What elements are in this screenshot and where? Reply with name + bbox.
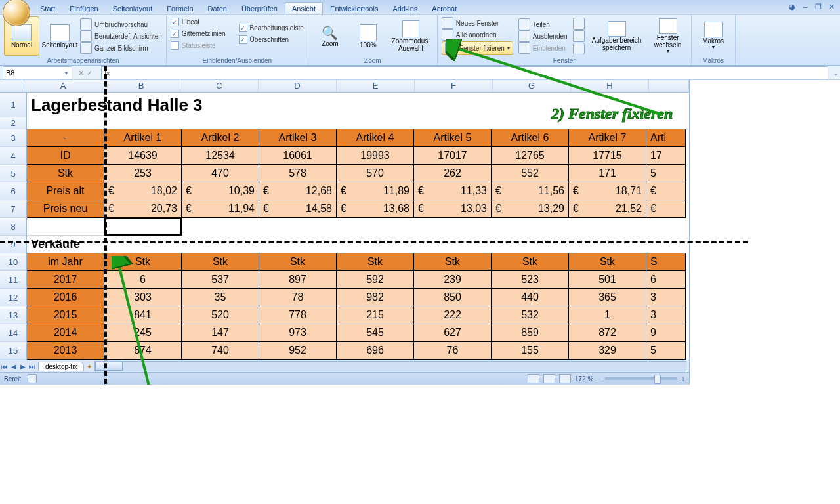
cell[interactable]: 35 xyxy=(182,289,259,306)
cell[interactable]: €10,39 xyxy=(182,182,259,200)
col-D[interactable]: D xyxy=(259,80,337,92)
restore-icon[interactable]: ❐ xyxy=(814,3,823,11)
cell[interactable]: €13,03 xyxy=(414,200,492,218)
save-workspace-button[interactable]: Aufgabenbereich speichern xyxy=(590,16,644,56)
row-15[interactable]: 15 xyxy=(0,342,27,360)
cell[interactable]: 627 xyxy=(414,324,492,342)
view-layout-button[interactable]: Seitenlayout xyxy=(42,16,77,56)
row-10[interactable]: 10 xyxy=(0,253,27,271)
cell[interactable]: 17 xyxy=(646,147,686,165)
tab-start[interactable]: Start xyxy=(33,2,62,14)
scroll-thumb[interactable] xyxy=(95,362,123,371)
tab-daten[interactable]: Daten xyxy=(201,2,234,14)
cell[interactable]: 19993 xyxy=(337,147,414,165)
spreadsheet[interactable]: A B C D E F G H 1 Lagerbestand Halle 3 2… xyxy=(0,80,690,385)
formula-input[interactable]: fx xyxy=(101,66,828,79)
zoom-slider[interactable] xyxy=(605,377,677,380)
cell[interactable]: 215 xyxy=(337,306,414,324)
select-all-corner[interactable] xyxy=(0,80,24,92)
cell[interactable]: 365 xyxy=(569,289,646,306)
row-8[interactable]: 8 xyxy=(0,218,27,236)
cell[interactable]: Stk xyxy=(27,165,104,182)
cell[interactable]: 17715 xyxy=(569,147,646,165)
chevron-down-icon[interactable]: ▼ xyxy=(64,70,69,76)
cell[interactable]: € xyxy=(646,200,686,218)
cell[interactable]: Artikel 5 xyxy=(414,129,492,147)
cell[interactable]: €13,29 xyxy=(492,200,569,218)
tab-ansicht[interactable]: Ansicht xyxy=(285,2,323,14)
cell[interactable]: €18,02 xyxy=(104,182,182,200)
cell[interactable]: 859 xyxy=(492,324,569,342)
cell[interactable]: 3 xyxy=(646,289,686,306)
zoom-in-icon[interactable]: + xyxy=(681,375,685,383)
cell[interactable]: 897 xyxy=(259,271,337,289)
cell[interactable]: 239 xyxy=(414,271,492,289)
cell[interactable]: 532 xyxy=(492,306,569,324)
close-icon[interactable]: ✕ xyxy=(827,3,836,11)
cell[interactable]: €20,73 xyxy=(104,200,182,218)
view-break-icon[interactable] xyxy=(559,374,571,383)
cell[interactable]: Verkäufe xyxy=(27,236,104,253)
cell[interactable]: - xyxy=(27,129,104,147)
cell[interactable]: 155 xyxy=(492,342,569,360)
hide-button[interactable]: Ausblenden xyxy=(518,31,568,42)
cell[interactable]: €11,94 xyxy=(182,200,259,218)
macros-button[interactable]: Makros▾ xyxy=(696,16,731,56)
row-6[interactable]: 6 xyxy=(0,182,27,200)
cell[interactable]: 523 xyxy=(492,271,569,289)
cell[interactable]: 329 xyxy=(569,342,646,360)
cell[interactable]: 740 xyxy=(182,342,259,360)
sync-icon[interactable] xyxy=(573,18,585,30)
col-H[interactable]: H xyxy=(571,80,649,92)
record-macro-icon[interactable] xyxy=(28,374,37,383)
cell[interactable]: Artikel 7 xyxy=(569,129,646,147)
chk-ueber[interactable]: ✓Überschriften xyxy=(239,34,304,45)
name-box[interactable]: B8▼ xyxy=(3,66,72,79)
cell[interactable]: Artikel 2 xyxy=(182,129,259,147)
cell[interactable]: 874 xyxy=(104,342,182,360)
cell[interactable]: 440 xyxy=(492,289,569,306)
first-sheet-icon[interactable]: ⏮ xyxy=(0,363,9,370)
cell[interactable]: €12,68 xyxy=(259,182,337,200)
cell[interactable]: 171 xyxy=(569,165,646,182)
cell[interactable]: Stk xyxy=(259,253,337,271)
cell[interactable]: Artikel 6 xyxy=(492,129,569,147)
cell[interactable]: Artikel 1 xyxy=(104,129,182,147)
row-14[interactable]: 14 xyxy=(0,324,27,342)
next-sheet-icon[interactable]: ▶ xyxy=(18,363,28,370)
chk-gitter[interactable]: ✓Gitternetzlinien xyxy=(171,28,226,39)
new-sheet-icon[interactable]: ✦ xyxy=(87,363,92,370)
tab-addins[interactable]: Add-Ins xyxy=(385,2,425,14)
tab-seitenlayout[interactable]: Seitenlayout xyxy=(106,2,160,14)
cell[interactable]: 545 xyxy=(337,324,414,342)
cell[interactable]: 2014 xyxy=(27,324,104,342)
cell[interactable]: Stk xyxy=(104,253,182,271)
cell[interactable]: 16061 xyxy=(259,147,337,165)
tab-entwickler[interactable]: Entwicklertools xyxy=(323,2,385,14)
cell[interactable]: S xyxy=(646,253,686,271)
col-E[interactable]: E xyxy=(337,80,415,92)
zoom-100-button[interactable]: 100% xyxy=(350,16,386,56)
cell[interactable]: Artikel 3 xyxy=(259,129,337,147)
cell-title[interactable]: Lagerbestand Halle 3 xyxy=(27,93,618,117)
row-3[interactable]: 3 xyxy=(0,129,27,147)
row-2[interactable]: 2 xyxy=(0,117,27,130)
cell[interactable]: 973 xyxy=(259,324,337,342)
cell[interactable]: 2013 xyxy=(27,342,104,360)
cell[interactable]: €14,58 xyxy=(259,200,337,218)
row-9[interactable]: 9 xyxy=(0,236,27,253)
tab-formeln[interactable]: Formeln xyxy=(159,2,200,14)
cell[interactable]: 592 xyxy=(337,271,414,289)
unhide-button[interactable]: Einblenden xyxy=(518,43,568,54)
cell[interactable]: Artikel 4 xyxy=(337,129,414,147)
cell[interactable]: 76 xyxy=(414,342,492,360)
cell[interactable]: 982 xyxy=(337,289,414,306)
cell[interactable]: €18,71 xyxy=(569,182,646,200)
cell[interactable]: 552 xyxy=(492,165,569,182)
arrange-button[interactable]: Alle anordnen xyxy=(442,30,513,41)
cell[interactable]: Preis alt xyxy=(27,182,104,200)
cell[interactable] xyxy=(182,218,689,236)
cell[interactable]: €13,68 xyxy=(337,200,414,218)
tab-einfuegen[interactable]: Einfügen xyxy=(62,2,105,14)
cell[interactable]: 570 xyxy=(337,165,414,182)
